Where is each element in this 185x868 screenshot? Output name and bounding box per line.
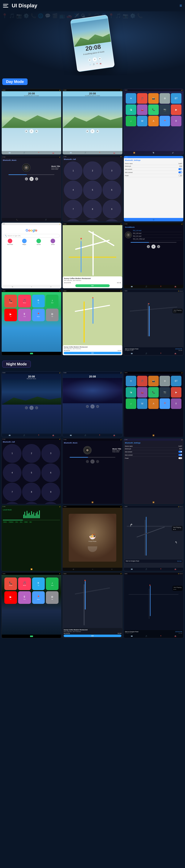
app-icon-photo[interactable]: 📸 xyxy=(148,93,159,104)
night-iphone-phone[interactable]: 📞Phone xyxy=(4,578,17,590)
dial-7[interactable]: 7 xyxy=(64,200,82,218)
go-button[interactable]: GO xyxy=(75,284,110,287)
dial-2[interactable]: 2 xyxy=(83,161,102,180)
prev-btn-2[interactable]: ⏮ xyxy=(86,130,89,133)
night-next-1[interactable]: ⏭ xyxy=(35,406,38,409)
app-icon-podcast[interactable]: 🎙 xyxy=(171,116,181,126)
night-app-podcast[interactable]: 🎙 xyxy=(171,398,181,409)
iphone-telegram[interactable]: ✈Tg xyxy=(32,295,45,307)
shortcut-3[interactable]: Gmail xyxy=(32,239,46,245)
dial-3[interactable]: 3 xyxy=(103,161,121,180)
food-bottom-recent[interactable]: □ xyxy=(111,568,112,570)
night-app-extra1[interactable]: 📷 xyxy=(160,387,170,398)
night-app-music[interactable]: 🎵 xyxy=(137,376,148,386)
night-app-bt[interactable]: BT xyxy=(171,376,181,386)
bt-play[interactable]: ▶ xyxy=(29,177,34,181)
food-bottom-home[interactable]: ○ xyxy=(92,568,93,570)
app-icon-settings[interactable]: ⚙ xyxy=(160,93,170,104)
google-bottom-back[interactable]: ◁ xyxy=(12,286,13,287)
google-bottom-recent[interactable]: □ xyxy=(50,286,51,287)
auto-connect-toggle[interactable] xyxy=(178,172,182,173)
night-app-telegram[interactable]: ✈ xyxy=(126,376,136,386)
night-dial-4[interactable]: 4 xyxy=(3,463,22,482)
bt-prev[interactable]: ⏮ xyxy=(25,178,28,180)
night-dial-1[interactable]: 1 xyxy=(3,444,22,463)
dial-star[interactable]: * xyxy=(64,219,82,221)
local-track-4[interactable]: 华乐_022_详细.mp3 xyxy=(133,238,182,241)
app-icon-youtube[interactable]: ▶ xyxy=(171,104,181,115)
iphone-settings[interactable]: ⚙Set xyxy=(46,309,58,321)
night-auto-answer-toggle[interactable] xyxy=(178,451,182,453)
app-icon-extra1[interactable]: 📷 xyxy=(160,104,170,115)
dial-0[interactable]: 0 xyxy=(83,219,102,221)
night-iphone-maps[interactable]: 📍Maps xyxy=(32,591,45,604)
night-dial-8[interactable]: 8 xyxy=(22,483,41,501)
app-icon-weather[interactable]: 🌤 xyxy=(126,104,136,115)
night-dial-star[interactable]: * xyxy=(3,502,22,504)
night-iphone-youtube[interactable]: ▶YT xyxy=(4,591,17,604)
iphone-podcast[interactable]: 🎙Pod xyxy=(18,309,31,321)
night-dial-hash[interactable]: # xyxy=(41,502,60,504)
app-icon-spotify[interactable]: ♪ xyxy=(126,116,136,126)
night-app-spotify[interactable]: ♪ xyxy=(126,398,136,409)
local-track-1[interactable]: 华乐_019.mp3 xyxy=(133,229,182,232)
app-icon-music[interactable]: 🎵 xyxy=(137,93,148,104)
night-auto-connect-toggle[interactable] xyxy=(178,454,182,456)
next-btn[interactable]: ⏭ xyxy=(35,130,38,133)
app-icon-waze[interactable]: W xyxy=(137,116,148,126)
night-iphone-music[interactable]: 🎵Music xyxy=(18,578,31,590)
app-icon-telegram[interactable]: ✈ xyxy=(126,93,136,104)
app-icon-bt[interactable]: BT xyxy=(171,93,181,104)
night-app-phone[interactable]: 📞 xyxy=(148,387,159,398)
dial-4[interactable]: 4 xyxy=(64,181,82,199)
dial-8[interactable]: 8 xyxy=(83,200,102,218)
night-app-youtube[interactable]: ▶ xyxy=(171,387,181,398)
prev-btn[interactable]: ⏮ xyxy=(25,130,28,133)
night-app-settings[interactable]: ⚙ xyxy=(160,376,170,386)
auto-answer-toggle[interactable] xyxy=(178,168,182,170)
night-app-amazon[interactable]: A xyxy=(148,398,159,409)
local-track-2[interactable]: 华乐_020.mp3 xyxy=(133,232,182,235)
food-bottom-back[interactable]: ◁ xyxy=(73,568,74,570)
night-play-2[interactable]: ⏸ xyxy=(90,404,95,408)
night-prev-1[interactable]: ⏮ xyxy=(25,406,28,409)
dial-hash[interactable]: # xyxy=(103,219,121,221)
app-icon-maps[interactable]: 📍 xyxy=(160,116,170,126)
iphone-maps[interactable]: 📍Maps xyxy=(32,309,45,321)
local-prev[interactable]: ⏮ xyxy=(147,245,150,248)
dial-5[interactable]: 5 xyxy=(83,181,102,199)
night-bt-prev[interactable]: ⏮ xyxy=(86,460,89,463)
next-btn-2[interactable]: ⏭ xyxy=(96,130,99,133)
power-toggle[interactable] xyxy=(178,175,182,177)
night-dial-9[interactable]: 9 xyxy=(41,483,60,501)
night-dial-2[interactable]: 2 xyxy=(22,444,41,463)
app-icon-phone[interactable]: 📞 xyxy=(148,104,159,115)
iphone-music[interactable]: 🎵Music xyxy=(18,295,31,307)
night-go-btn[interactable]: GO xyxy=(63,634,121,637)
night-app-weather[interactable]: 🌤 xyxy=(126,387,136,398)
night-bt-next[interactable]: ⏭ xyxy=(96,460,99,463)
night-iphone-podcast[interactable]: 🎙Pod xyxy=(18,591,31,604)
iphone-spotify[interactable]: ♪Spot xyxy=(46,295,58,307)
local-track-3[interactable]: 华乐_021.mp3 xyxy=(133,235,182,238)
shortcut-2[interactable]: Maps xyxy=(18,239,31,245)
night-iphone-spotify[interactable]: ♪Spot xyxy=(46,578,58,590)
night-app-maps[interactable]: 📍 xyxy=(160,398,170,409)
bt-next[interactable]: ⏭ xyxy=(35,178,38,180)
app-icon-carplay[interactable]: 🚗 xyxy=(137,104,148,115)
play-btn-2[interactable]: ⏸ xyxy=(90,129,95,133)
night-dial-6[interactable]: 6 xyxy=(41,463,60,482)
shortcut-4[interactable]: Drive xyxy=(46,239,60,245)
night-play-1[interactable]: ⏸ xyxy=(29,406,34,410)
dial-9[interactable]: 9 xyxy=(103,200,121,218)
night-iphone-settings[interactable]: ⚙Set xyxy=(46,591,58,604)
play-btn[interactable]: ⏸ xyxy=(29,129,34,133)
dial-1[interactable]: 1 xyxy=(64,161,82,180)
night-dial-0[interactable]: 0 xyxy=(22,502,41,504)
night-app-waze[interactable]: W xyxy=(137,398,148,409)
waze-go-btn[interactable]: GO xyxy=(63,352,121,354)
nav-menu-icon[interactable]: ≡ xyxy=(180,3,182,8)
night-app-carplay[interactable]: 🚗 xyxy=(137,387,148,398)
iphone-youtube[interactable]: ▶YT xyxy=(4,309,17,321)
night-power-toggle[interactable] xyxy=(178,457,182,459)
